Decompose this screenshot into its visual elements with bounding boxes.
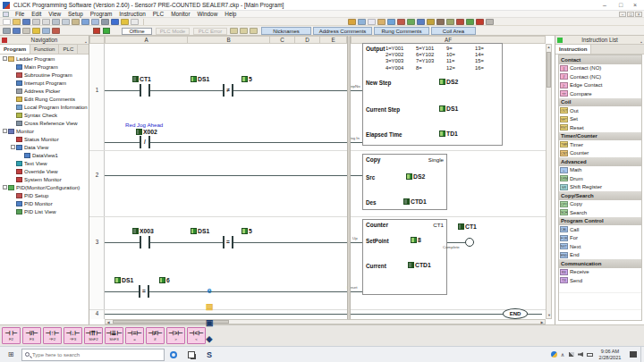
tree-item[interactable]: - PID Setup [0, 191, 89, 199]
instruction-row[interactable]: CPY Copy [559, 200, 641, 209]
tree-item[interactable]: - PID(Monitor/Configuration) [0, 183, 89, 191]
instruction-row[interactable]: Program Control [559, 217, 641, 226]
tree-item[interactable]: - DataView1 [0, 151, 89, 159]
tree-item[interactable]: - Local Program Information [0, 103, 89, 111]
instruction-row[interactable]: TX Send [559, 276, 641, 285]
action-center-icon[interactable] [626, 347, 640, 362]
compare-contact[interactable]: ≠ [223, 84, 233, 97]
data-view-gold-icon[interactable] [427, 19, 435, 25]
instruction-row[interactable]: CNT Counter [559, 149, 641, 158]
select-arrow-icon[interactable] [131, 19, 139, 25]
cortana-icon[interactable] [165, 347, 182, 362]
shortcut-button[interactable]: ⊣/⊢ F3 [22, 327, 41, 344]
task-view-icon[interactable] [182, 347, 200, 362]
instruction-row[interactable]: Copy/Search [559, 191, 641, 200]
undo-icon[interactable] [81, 19, 89, 25]
tree-item[interactable]: - Data View [0, 143, 89, 151]
new-file-icon[interactable] [3, 19, 11, 25]
syntax-grid-icon[interactable] [52, 28, 60, 34]
shortcut-button[interactable]: ⊣↓⊢ ^F3 [64, 327, 82, 344]
tree-item[interactable]: - Subroutine Program [0, 71, 89, 79]
address-picker-icon[interactable] [377, 19, 386, 25]
tree-item[interactable]: - PID List View [0, 207, 89, 215]
status-chart-icon[interactable] [476, 19, 484, 25]
edit-mode-pencil-icon[interactable] [32, 28, 40, 34]
stop-red-icon[interactable] [456, 19, 464, 25]
shortcut-button[interactable]: ⊣=⊢ = [125, 327, 144, 344]
tree-item[interactable]: - Status Monitor [0, 135, 89, 143]
instruction-row[interactable]: RST Reset [559, 123, 641, 132]
battery-icon[interactable] [585, 347, 594, 362]
instruction-row[interactable]: RX Receive [559, 268, 641, 277]
mdi-restore-button[interactable]: □ [627, 12, 634, 17]
navigation-tab[interactable]: PLC [59, 45, 78, 54]
contact-nc-x002[interactable]: / [140, 136, 150, 148]
toggle-nicknames[interactable]: Nicknames [261, 27, 311, 35]
zoom-out-icon[interactable] [240, 28, 248, 34]
zoom-fit-icon[interactable] [250, 28, 258, 34]
tree-item[interactable]: - Ladder Program [0, 55, 89, 63]
menu-item[interactable]: Monitor [167, 11, 193, 17]
instruction-row[interactable]: || Contact (NO) [559, 64, 641, 73]
find-icon[interactable] [101, 19, 109, 25]
paste-icon[interactable] [72, 19, 80, 25]
shortcut-button[interactable]: ⊣ ⊢ F2 [2, 327, 21, 344]
taskbar-clock[interactable]: 9:06 AM 2/28/2021 [594, 349, 626, 361]
tree-item[interactable]: - Override View [0, 167, 89, 175]
app-s-icon[interactable]: S [200, 347, 218, 362]
scrollbar-thumb[interactable] [547, 52, 551, 88]
menu-item[interactable]: PLC [149, 11, 167, 17]
mdi-close-button[interactable]: × [635, 12, 642, 17]
menu-item[interactable]: Program [87, 11, 116, 17]
menu-item[interactable]: Window [194, 11, 222, 17]
connect-plc-icon[interactable] [358, 19, 366, 25]
navigation-tab[interactable]: Function [30, 45, 59, 54]
tree-item[interactable]: - PID Monitor [0, 199, 89, 207]
link-icon[interactable] [436, 19, 445, 25]
store-icon[interactable]: ▣ [200, 315, 218, 331]
ladder-view-icon[interactable] [3, 28, 11, 34]
tree-item[interactable]: - System Monitor [0, 175, 89, 183]
scroll-up-arrow[interactable]: ▲ [547, 45, 551, 50]
counter-block[interactable]: Counter CT1 SetPoint 8 Current CTD1 [362, 219, 447, 295]
shortcut-button[interactable]: ⊣≠⊢ ≠ [146, 327, 165, 344]
maximize-button[interactable]: □ [614, 1, 628, 10]
tree-item[interactable]: - Text View [0, 159, 89, 167]
scroll-down-arrow[interactable]: ▼ [547, 313, 552, 318]
instruction-row[interactable]: CAL Call [559, 225, 641, 234]
tree-item[interactable]: - Cross Reference View [0, 119, 89, 127]
shortcut-button[interactable]: ⊣>⊢ > [166, 327, 185, 344]
start-button[interactable]: ⊞ [0, 347, 21, 362]
menu-item[interactable]: Help [221, 11, 240, 17]
network-icon[interactable] [567, 347, 576, 362]
minimize-button[interactable]: – [597, 1, 612, 10]
zoom-in-icon[interactable] [230, 28, 238, 34]
pane-splitter[interactable] [347, 36, 351, 324]
copy-icon[interactable] [62, 19, 70, 25]
instruction-row[interactable]: |↑ Edge Contact [559, 81, 641, 90]
volume-icon[interactable] [576, 347, 585, 362]
toggle-address-comments[interactable]: Address Comments [313, 27, 372, 35]
chevron-up-icon[interactable]: ∧ [558, 347, 567, 362]
shortcut-button[interactable]: ⊣⇊⊢ ShF3 [105, 327, 123, 344]
expander-icon[interactable]: - [3, 185, 7, 189]
toggle-coil-area[interactable]: Coil Area [431, 27, 476, 35]
menu-item[interactable]: File [12, 11, 28, 17]
instruction-row[interactable]: <> Compare [559, 89, 641, 98]
menu-item[interactable]: View [45, 11, 64, 17]
instruction-row[interactable]: +- Math [559, 166, 641, 175]
system-gray-icon[interactable] [486, 19, 494, 25]
zoom-tool-icon[interactable] [22, 28, 30, 34]
taskbar-search[interactable] [21, 349, 165, 361]
instruction-row[interactable]: SCH Search [559, 208, 641, 217]
file-explorer-icon[interactable]: ▤ [200, 299, 218, 315]
browse-globe-icon[interactable] [387, 19, 395, 25]
tree-item[interactable]: - Syntax Check [0, 111, 89, 119]
menu-item[interactable]: Instruction [115, 11, 148, 17]
instruction-row[interactable]: Contact [559, 55, 641, 64]
nickname-pencil-icon[interactable] [121, 19, 129, 25]
offline-status-button[interactable]: Offline [122, 28, 152, 35]
open-file-icon[interactable] [13, 19, 21, 25]
tree-item[interactable]: - Address Picker [0, 87, 89, 95]
print-icon[interactable] [32, 19, 40, 25]
